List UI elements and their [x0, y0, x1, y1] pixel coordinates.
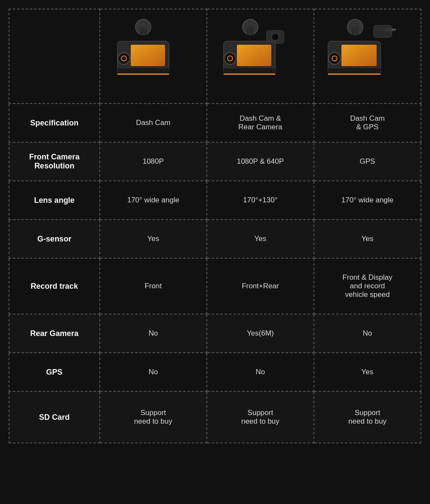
spec-value-col3-resolution: GPS: [314, 142, 421, 181]
spec-row-resolution: Front Camera Resolution 1080P 1080P & 64…: [9, 142, 421, 181]
spec-label-sd-card: SD Card: [9, 391, 100, 443]
spec-label-specification: Specification: [9, 104, 100, 142]
spec-value-col2-sd-card: Support need to buy: [207, 391, 314, 443]
svg-rect-21: [237, 45, 271, 66]
svg-rect-42: [328, 73, 381, 75]
svg-point-17: [273, 35, 277, 39]
spec-row-gps: GPS No No Yes: [9, 353, 421, 391]
spec-value-col3-record-track: Front & Display and record vehicle speed: [314, 258, 421, 314]
comparison-table: Specification Dash Cam Dash Cam & Rear C…: [9, 9, 421, 443]
spec-value-col3-gsensor: Yes: [314, 220, 421, 258]
table-wrapper: Specification Dash Cam Dash Cam & Rear C…: [0, 0, 430, 504]
spec-row-sd-card: SD Card Support need to buy Support need…: [9, 391, 421, 443]
spec-label-gps: GPS: [9, 353, 100, 391]
spec-value-col2-specification: Dash Cam & Rear Camera: [207, 104, 314, 142]
svg-rect-27: [224, 73, 275, 75]
spec-value-col2-resolution: 1080P & 640P: [207, 142, 314, 181]
spec-value-col2-rear-camera: Yes(6M): [207, 314, 314, 353]
spec-value-col2-lens-angle: 170°+130°: [207, 181, 314, 220]
spec-value-col1-gsensor: Yes: [100, 220, 207, 258]
svg-rect-14: [247, 27, 254, 35]
spec-value-col1-record-track: Front: [100, 258, 207, 314]
product-image-col3: [314, 9, 421, 104]
svg-point-39: [332, 56, 337, 61]
dashcam-image-3: [319, 18, 396, 95]
spec-value-col1-resolution: 1080P: [100, 142, 207, 181]
product-image-col2: [207, 9, 314, 104]
spec-value-col1-lens-angle: 170° wide angle: [100, 181, 207, 220]
image-row: [9, 9, 421, 104]
svg-rect-36: [341, 45, 377, 66]
spec-label-resolution: Front Camera Resolution: [9, 142, 100, 181]
empty-header-cell: [9, 9, 100, 104]
svg-rect-12: [117, 73, 169, 75]
spec-value-col1-sd-card: Support need to buy: [100, 391, 207, 443]
svg-point-9: [122, 57, 124, 58]
spec-row-specification: Specification Dash Cam Dash Cam & Rear C…: [9, 104, 421, 142]
svg-point-24: [227, 56, 233, 61]
spec-value-col3-specification: Dash Cam & GPS: [314, 104, 421, 142]
spec-row-gsensor: G-sensor Yes Yes Yes: [9, 220, 421, 258]
spec-row-rear-camera: Rear Gamera No Yes(6M) No: [9, 314, 421, 353]
spec-value-col2-record-track: Front+Rear: [207, 258, 314, 314]
spec-value-col3-lens-angle: 170° wide angle: [314, 181, 421, 220]
spec-value-col1-specification: Dash Cam: [100, 104, 207, 142]
spec-value-col3-sd-card: Support need to buy: [314, 391, 421, 443]
spec-value-col3-rear-camera: No: [314, 314, 421, 353]
svg-rect-32: [392, 29, 396, 31]
svg-point-8: [121, 56, 126, 61]
svg-rect-29: [352, 27, 359, 35]
svg-rect-5: [131, 45, 165, 66]
spec-label-rear-camera: Rear Gamera: [9, 314, 100, 353]
spec-value-col3-gps: Yes: [314, 353, 421, 391]
spec-label-record-track: Record track: [9, 258, 100, 314]
spec-row-record-track: Record track Front Front+Rear Front & Di…: [9, 258, 421, 314]
svg-rect-1: [140, 27, 147, 35]
spec-label-gsensor: G-sensor: [9, 220, 100, 258]
spec-row-lens-angle: Lens angle 170° wide angle 170°+130° 170…: [9, 181, 421, 220]
dashcam-image-2: [212, 18, 289, 95]
spec-label-lens-angle: Lens angle: [9, 181, 100, 220]
dashcam-image-1: [104, 18, 182, 95]
spec-value-col2-gsensor: Yes: [207, 220, 314, 258]
spec-value-col2-gps: No: [207, 353, 314, 391]
spec-value-col1-gps: No: [100, 353, 207, 391]
product-image-col1: [100, 9, 207, 104]
spec-value-col1-rear-camera: No: [100, 314, 207, 353]
